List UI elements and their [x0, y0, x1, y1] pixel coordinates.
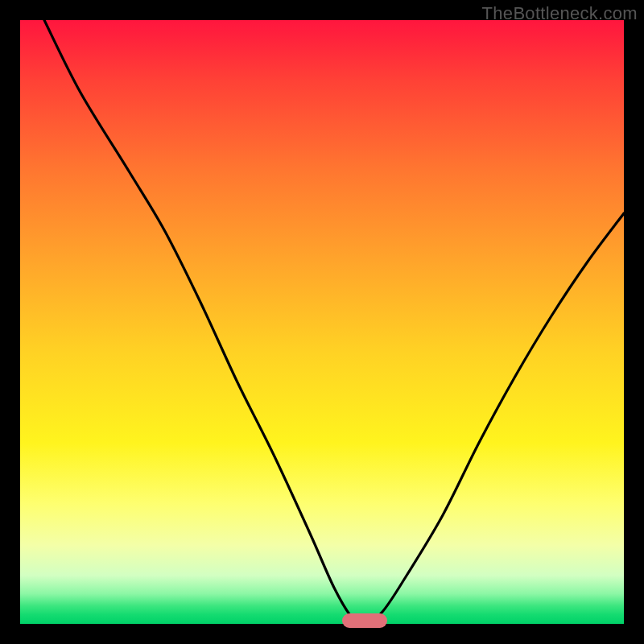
optimal-marker [342, 613, 387, 628]
watermark-text: TheBottleneck.com [482, 3, 638, 24]
plot-area [20, 20, 624, 624]
curve-path [44, 20, 624, 624]
bottleneck-curve [20, 20, 624, 624]
chart-container: TheBottleneck.com [0, 0, 644, 644]
